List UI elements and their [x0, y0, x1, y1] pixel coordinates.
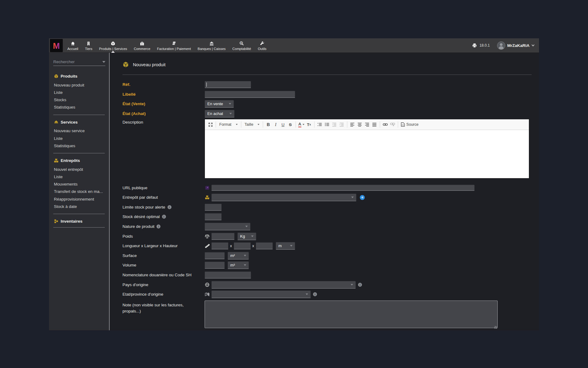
- info-icon: i: [156, 224, 160, 228]
- form-row-etat-achat: État (Achat) En achat: [123, 109, 532, 119]
- sidebar-item-mouvements[interactable]: Mouvements: [53, 181, 105, 188]
- sidebar-item-nouveau-produit[interactable]: Nouveau produit: [53, 81, 105, 89]
- user-avatar: [497, 41, 505, 50]
- sidebar-item-liste-produits[interactable]: Liste: [53, 89, 105, 96]
- field-label: Nomenclature douanière ou Code SH: [123, 273, 205, 277]
- surface-unit-select[interactable]: m²: [228, 252, 249, 259]
- hauteur-input[interactable]: [256, 242, 273, 249]
- form-row-nature: Nature de produiti: [123, 222, 532, 232]
- province-origine-select[interactable]: [211, 290, 311, 298]
- volume-input[interactable]: [205, 262, 225, 269]
- nav-label: Outils: [258, 47, 266, 51]
- user-menu[interactable]: MrZaKaRiA: [497, 41, 535, 50]
- nav-item-comptabilite[interactable]: $ Comptabilité: [229, 38, 254, 52]
- nomenclature-input[interactable]: [205, 271, 251, 278]
- select-caret-icon: [306, 293, 308, 295]
- strikethrough-button[interactable]: S: [287, 121, 294, 128]
- sidebar-search[interactable]: [53, 59, 105, 66]
- field-label: Description: [123, 118, 205, 125]
- sidebar-item-reapprovisionnement[interactable]: Réapprovisionnement: [53, 195, 105, 203]
- longueur-input[interactable]: [211, 242, 228, 249]
- add-entrepot-button[interactable]: +: [360, 195, 365, 200]
- taille-dropdown[interactable]: Taille: [243, 122, 262, 127]
- toolbar-separator: [398, 121, 398, 128]
- italic-button[interactable]: I: [272, 121, 279, 128]
- sidebar-section-produits[interactable]: Produits: [54, 74, 105, 79]
- search-input[interactable]: [53, 59, 99, 64]
- etat-vente-select[interactable]: En vente: [205, 100, 234, 108]
- underline-button[interactable]: U: [279, 121, 287, 128]
- sidebar-item-statistiques-produits[interactable]: Statistiques: [53, 104, 105, 111]
- nav-item-banques[interactable]: Banques | Caisses: [194, 38, 229, 52]
- search-dropdown-caret-icon[interactable]: [102, 61, 105, 63]
- sidebar-section-services[interactable]: Services: [54, 120, 105, 125]
- align-center-icon[interactable]: [356, 121, 364, 128]
- libelle-input[interactable]: [205, 91, 295, 98]
- dimension-unit-select[interactable]: m: [276, 242, 295, 250]
- nav-item-tiers[interactable]: Tiers: [81, 38, 96, 52]
- format-dropdown[interactable]: Format: [217, 122, 239, 127]
- largeur-input[interactable]: [234, 242, 251, 249]
- sidebar-item-transfert-stock[interactable]: Transfert de stock en ma...: [53, 188, 105, 195]
- nav-item-facturation[interactable]: Facturation | Paiement: [154, 38, 194, 52]
- sidebar-item-nouvel-entrepot[interactable]: Nouvel entrepôt: [53, 166, 105, 173]
- selected-value: m: [278, 243, 282, 248]
- sidebar-section-entrepots[interactable]: Entrepôts: [54, 158, 105, 163]
- svg-text:$: $: [241, 42, 242, 44]
- info-icon: i: [313, 292, 317, 296]
- toolbar-separator: [296, 121, 296, 128]
- align-left-icon[interactable]: [349, 121, 356, 128]
- increase-indent-icon[interactable]: [338, 121, 345, 128]
- align-right-icon[interactable]: [364, 121, 371, 128]
- map-marker-icon: [205, 292, 210, 297]
- volume-unit-select[interactable]: m³: [228, 261, 249, 269]
- sidebar-item-stocks[interactable]: Stocks: [53, 96, 105, 103]
- poids-unit-select[interactable]: Kg: [237, 232, 256, 240]
- sidebar-item-liste-services[interactable]: Liste: [53, 135, 105, 142]
- stock-desire-input[interactable]: [205, 213, 222, 220]
- link-icon[interactable]: [382, 121, 389, 128]
- surface-input[interactable]: [205, 252, 225, 259]
- align-justify-icon[interactable]: [371, 121, 378, 128]
- nav-item-produits-services[interactable]: Produits | Services: [96, 38, 131, 52]
- source-doc-icon: [401, 122, 405, 127]
- bullet-list-icon[interactable]: [323, 121, 331, 128]
- sidebar-item-liste-entrepots[interactable]: Liste: [53, 173, 105, 181]
- unlink-icon[interactable]: [389, 121, 396, 128]
- nav-item-outils[interactable]: Outils: [254, 38, 270, 52]
- etat-achat-select[interactable]: En achat: [205, 110, 235, 117]
- sidebar-item-nouveau-service[interactable]: Nouveau service: [53, 127, 105, 135]
- entrepot-select[interactable]: [211, 194, 356, 201]
- ref-input[interactable]: [205, 81, 251, 88]
- text-color-button[interactable]: A: [297, 121, 305, 128]
- warehouse-boxes-icon: [205, 195, 210, 200]
- form-row-entrepot: Entrepôt par défaut +: [123, 193, 532, 202]
- print-icon[interactable]: [472, 43, 477, 48]
- sidebar-section-inventaires[interactable]: Inventaires: [54, 219, 105, 224]
- nav-item-commerce[interactable]: Commerce: [130, 38, 154, 52]
- editor-content-area[interactable]: [205, 130, 529, 178]
- sidebar-item-stock-a-date[interactable]: Stock à date: [53, 203, 105, 210]
- scale-icon: [205, 234, 210, 239]
- url-publique-input[interactable]: [211, 185, 475, 191]
- poids-input[interactable]: [211, 233, 235, 240]
- sidebar-item-statistiques-services[interactable]: Statistiques: [53, 142, 105, 149]
- nav-label: Produits | Services: [99, 47, 127, 51]
- limite-stock-input[interactable]: [205, 204, 222, 211]
- maximize-icon[interactable]: [207, 121, 214, 128]
- briefcase-icon: [140, 41, 145, 46]
- nature-produit-select[interactable]: [205, 223, 251, 230]
- app-logo[interactable]: M: [50, 39, 63, 52]
- decrease-indent-icon[interactable]: [331, 121, 338, 128]
- select-caret-icon: [351, 284, 353, 286]
- nav-label: Commerce: [134, 47, 150, 51]
- note-textarea[interactable]: [205, 301, 498, 328]
- source-button[interactable]: Source: [400, 122, 420, 127]
- numbered-list-icon[interactable]: [316, 121, 323, 128]
- selected-value: En vente: [207, 102, 223, 106]
- pays-origine-select[interactable]: [211, 281, 356, 289]
- remove-format-button[interactable]: Tx: [305, 121, 313, 128]
- bold-button[interactable]: B: [265, 121, 272, 128]
- nav-item-accueil[interactable]: Accueil: [64, 38, 81, 52]
- form-row-stock-desire: Stock désiré optimali: [123, 212, 532, 222]
